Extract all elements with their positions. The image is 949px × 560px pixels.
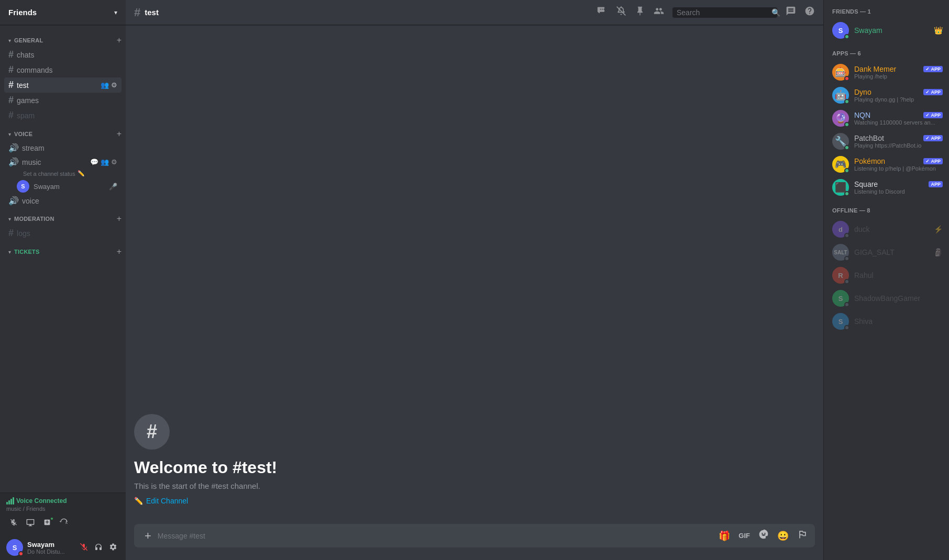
voice-user-avatar-swayam: S [17, 180, 29, 193]
threads-icon[interactable] [597, 6, 608, 19]
category-add-moderation[interactable]: + [117, 214, 122, 223]
category-add-general[interactable]: + [117, 36, 122, 45]
user-actions [78, 541, 119, 555]
member-nqn[interactable]: 🔮 NQN ✓ APP Watching 1100000 servers an.… [826, 107, 947, 130]
add-members-icon[interactable]: 👥 [101, 81, 109, 89]
member-badge-dankmemer: ✓ APP [923, 66, 943, 72]
sticker-button[interactable] [755, 526, 772, 545]
edit-channel-button[interactable]: ✏️ Edit Channel [134, 497, 188, 505]
member-pokemon[interactable]: 🎮 Pokémon ✓ APP Listening to p!help | @P… [826, 153, 947, 176]
member-sub-pokemon: Listening to p!help | @Pokémon [854, 165, 938, 172]
member-patchbot[interactable]: 🔧 PatchBot ✓ APP Playing https://PatchBo… [826, 130, 947, 153]
member-name-row-nqn: NQN ✓ APP [854, 111, 943, 119]
member-badge-nqn: ✓ APP [923, 112, 943, 118]
channel-test[interactable]: # test 👥 ⚙ [4, 77, 122, 93]
pinned-messages-icon[interactable] [635, 6, 645, 19]
message-add-icon[interactable]: + [142, 525, 153, 547]
channel-name-test: test [17, 81, 97, 89]
headphone-button[interactable] [92, 541, 105, 555]
voice-activity-button[interactable] [40, 516, 54, 531]
music-status-edit-icon[interactable]: ✏️ [78, 170, 85, 177]
member-avatar-patchbot: 🔧 [832, 133, 849, 150]
server-header[interactable]: Friends ▾ [0, 0, 126, 25]
member-name-row-dankmemer: Dank Memer ✓ APP [854, 65, 943, 73]
member-dyno[interactable]: 🤖 Dyno ✓ APP Playing dyno.gg | ?help [826, 84, 947, 107]
member-status-dot-dyno [844, 99, 849, 104]
member-name-rahul: Rahul [854, 271, 943, 279]
channel-name-chats: chats [17, 51, 117, 59]
member-avatar-dyno: 🤖 [832, 87, 849, 104]
user-display-name: Swayam [27, 541, 73, 548]
member-info-shadowbanggamer: ShadowBangGamer [854, 294, 943, 303]
member-avatar-square: ⬛ [832, 179, 849, 196]
channel-chats[interactable]: # chats [4, 47, 122, 62]
gif-button[interactable]: GIF [735, 529, 753, 543]
message-input-area: + 🎁 GIF 😀 [126, 524, 823, 560]
member-square[interactable]: ⬛ Square APP Listening to Discord [826, 176, 947, 199]
emoji-button[interactable]: 😀 [774, 527, 792, 545]
search-bar[interactable]: 🔍 [672, 7, 777, 18]
voice-user-muted-icon: 🎤 [109, 183, 117, 191]
boost-button[interactable] [794, 526, 811, 545]
member-gigasalt[interactable]: SALT GIGA_SALT 🗿 [826, 241, 947, 264]
channel-test-icons: 👥 ⚙ [101, 81, 117, 89]
music-chat-icon[interactable]: 💬 [90, 158, 98, 166]
member-sub-patchbot: Playing https://PatchBot.io [854, 142, 938, 149]
channel-sidebar: Friends ▾ ▾ GENERAL + # chats # commands [0, 0, 126, 560]
channel-settings-icon[interactable]: ⚙ [111, 81, 117, 89]
channel-voice[interactable]: 🔊 voice [4, 194, 122, 208]
voice-channel-name-music: music [22, 158, 87, 166]
member-swayam[interactable]: S Swayam 👑 [826, 19, 947, 42]
category-add-voice[interactable]: + [117, 129, 122, 139]
channel-commands[interactable]: # commands [4, 62, 122, 77]
member-dankmemer[interactable]: 🎰 Dank Memer ✓ APP Playing /help [826, 61, 947, 84]
mic-mute-button[interactable] [78, 541, 90, 555]
voice-disconnect-button[interactable] [57, 516, 71, 531]
music-status: Set a channel status ✏️ [8, 170, 117, 177]
server-dropdown-icon[interactable]: ▾ [114, 9, 117, 16]
category-general[interactable]: ▾ GENERAL + [0, 33, 126, 47]
member-badge-dyno: ✓ APP [923, 89, 943, 95]
friends-category-label: FRIENDS — 1 [824, 8, 949, 19]
message-input-box: + 🎁 GIF 😀 [134, 524, 815, 547]
members-list-icon[interactable] [654, 6, 664, 19]
message-input[interactable] [158, 526, 709, 546]
member-shiva[interactable]: S Shiva [826, 310, 947, 333]
notifications-icon[interactable] [616, 6, 626, 19]
search-input[interactable] [677, 8, 768, 17]
music-members-icon[interactable]: 👥 [101, 158, 109, 166]
member-shadowbanggamer[interactable]: S ShadowBangGamer [826, 287, 947, 310]
user-settings-button[interactable] [107, 541, 119, 555]
inbox-icon[interactable] [786, 6, 796, 19]
channel-spam[interactable]: # spam [4, 108, 122, 123]
voice-user-swayam[interactable]: S Swayam 🎤 [4, 179, 122, 194]
channel-games[interactable]: # games [4, 93, 122, 108]
voice-mute-button[interactable] [6, 516, 21, 531]
member-info-duck: duck ⚡ [854, 225, 943, 233]
member-name-row-rahul: Rahul [854, 271, 943, 279]
voice-screenshare-button[interactable] [23, 516, 38, 531]
music-settings-icon[interactable]: ⚙ [111, 158, 117, 166]
channel-logs[interactable]: # logs [4, 226, 122, 241]
channel-list: ▾ GENERAL + # chats # commands # test 👥 … [0, 25, 126, 492]
gift-button[interactable]: 🎁 [715, 527, 733, 545]
channel-music[interactable]: 🔊 music 💬 👥 ⚙ Set a channel status ✏️ [4, 155, 122, 179]
voice-signal-icon [6, 497, 14, 505]
member-sub-dyno: Playing dyno.gg | ?help [854, 96, 938, 103]
welcome-title: Welcome to #test! [134, 458, 277, 477]
member-duck[interactable]: d duck ⚡ [826, 218, 947, 241]
category-tickets[interactable]: ▾ TICKETS + [0, 245, 126, 259]
channel-stream[interactable]: 🔊 stream [4, 141, 122, 155]
category-voice[interactable]: ▾ VOICE + [0, 127, 126, 141]
help-icon[interactable] [804, 6, 815, 19]
category-chevron-general: ▾ [8, 38, 11, 43]
search-icon: 🔍 [771, 8, 780, 17]
member-status-dot-patchbot [844, 145, 849, 150]
channel-name-logs: logs [17, 229, 117, 238]
activity-dot [50, 517, 53, 520]
category-moderation[interactable]: ▾ MODERATION + [0, 212, 126, 226]
category-add-tickets[interactable]: + [117, 247, 122, 256]
channel-hash-icon: # [8, 228, 14, 239]
member-name-row-pokemon: Pokémon ✓ APP [854, 157, 943, 165]
member-rahul[interactable]: R Rahul [826, 264, 947, 287]
